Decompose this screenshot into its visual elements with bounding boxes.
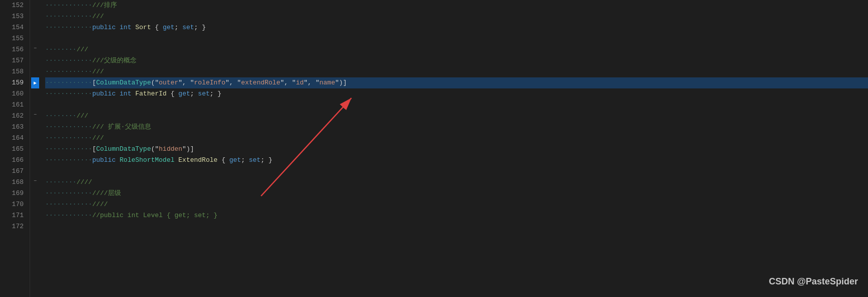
indent-guide: ····	[76, 22, 92, 33]
indent-guide: ····	[76, 133, 92, 144]
token: Sort	[136, 22, 151, 33]
indent-guide: ····	[61, 122, 76, 133]
line-number: 166	[0, 155, 24, 166]
code-line	[45, 33, 868, 44]
indent-guide: ····	[76, 0, 92, 11]
token: ")]	[335, 77, 346, 88]
token: roleInfo	[194, 77, 225, 88]
indent-guide: ····	[76, 210, 92, 221]
token	[175, 155, 179, 166]
code-line: ············////层级	[45, 188, 868, 199]
token: set	[249, 155, 261, 166]
token: ; }	[210, 88, 221, 100]
code-line: ············///	[45, 11, 868, 22]
token	[115, 155, 119, 166]
line-number: 168	[0, 177, 24, 188]
watermark: CSDN @PasteSpider	[769, 276, 858, 287]
token: get	[229, 155, 241, 166]
indent-guide: ····	[61, 144, 76, 155]
line-number: 157	[0, 55, 24, 66]
indent-guide: ····	[61, 155, 76, 166]
line-number: 160	[0, 88, 24, 100]
indent-guide: ····	[76, 55, 92, 66]
code-line: ············public int FatherId { get; s…	[45, 88, 868, 100]
token	[132, 22, 136, 33]
line-number: 171	[0, 210, 24, 221]
line-number: 169	[0, 188, 24, 199]
token: ("	[151, 144, 159, 155]
indent-guide: ····	[76, 144, 92, 155]
line-number: 165	[0, 144, 24, 155]
indent-guide: ····	[45, 210, 61, 221]
indent-guide: ····	[61, 66, 76, 77]
line-number: 167	[0, 166, 24, 177]
token: hidden	[159, 144, 182, 155]
collapse-icon[interactable]: −	[31, 44, 39, 52]
indent-guide: ····	[61, 177, 76, 188]
line-number: 162	[0, 111, 24, 122]
indent-guide: ····	[76, 188, 92, 199]
token: ", "	[225, 77, 241, 88]
token: get	[178, 88, 190, 100]
collapse-icon[interactable]: −	[31, 111, 39, 119]
indent-guide: ····	[76, 88, 92, 100]
indent-guide: ····	[45, 144, 61, 155]
indent-guide: ····	[45, 44, 61, 55]
line-number: 156	[0, 44, 24, 55]
code-line	[45, 221, 868, 232]
token: ("	[151, 77, 159, 88]
line-number: 159	[0, 77, 24, 88]
code-line: ············/// 扩展·父级信息	[45, 122, 868, 133]
token: ", "	[280, 77, 296, 88]
indent-guide: ····	[45, 77, 61, 88]
line-number: 152	[0, 0, 24, 11]
collapse-icon[interactable]: −	[31, 177, 39, 185]
code-line: ············public int Sort { get; set; …	[45, 22, 868, 33]
token: int	[119, 22, 131, 33]
token	[115, 22, 119, 33]
token: public	[92, 155, 116, 166]
token: {	[151, 22, 163, 33]
code-line: ············///	[45, 133, 868, 144]
token: ColumnDataType	[96, 77, 151, 88]
code-area: ············///排序············///········…	[40, 0, 868, 297]
indent-guide: ····	[76, 66, 92, 77]
code-line: ············////	[45, 199, 868, 210]
token: ///	[92, 66, 104, 77]
indent-guide: ····	[61, 55, 76, 66]
code-line: ············public RoleShortModel Extend…	[45, 155, 868, 166]
line-number: 163	[0, 122, 24, 133]
line-numbers: 1521531541551561571581591601611621631641…	[0, 0, 30, 297]
code-line	[45, 100, 868, 111]
token: ;	[241, 155, 249, 166]
indent-guide: ····	[61, 111, 76, 122]
breakpoint-marker: ▶	[31, 77, 39, 88]
indent-guide: ····	[76, 11, 92, 22]
indent-guide: ····	[45, 133, 61, 144]
indent-guide: ····	[45, 55, 61, 66]
token	[115, 88, 119, 100]
token: ///父级的概念	[92, 55, 137, 66]
indent-guide: ····	[61, 133, 76, 144]
indent-guide: ····	[61, 188, 76, 199]
code-line: ········///	[45, 111, 868, 122]
token: get	[163, 22, 174, 33]
indent-guide: ····	[45, 88, 61, 100]
code-line: ············[ColumnDataType("hidden")]	[45, 144, 868, 155]
code-line: ············//public int Level { get; se…	[45, 210, 868, 221]
token: ")]	[182, 144, 194, 155]
indent-guide: ····	[45, 66, 61, 77]
token: ///排序	[92, 0, 117, 11]
token: ////	[76, 177, 92, 188]
token: name	[319, 77, 335, 88]
indent-guide: ····	[61, 88, 76, 100]
indent-guide: ····	[61, 22, 76, 33]
indent-guide: ····	[45, 22, 61, 33]
token: ;	[190, 88, 198, 100]
token: RoleShortModel	[119, 155, 174, 166]
code-line	[45, 166, 868, 177]
line-number: 170	[0, 199, 24, 210]
token: public	[92, 88, 116, 100]
token: ///	[92, 133, 108, 144]
token: ///	[76, 44, 88, 55]
